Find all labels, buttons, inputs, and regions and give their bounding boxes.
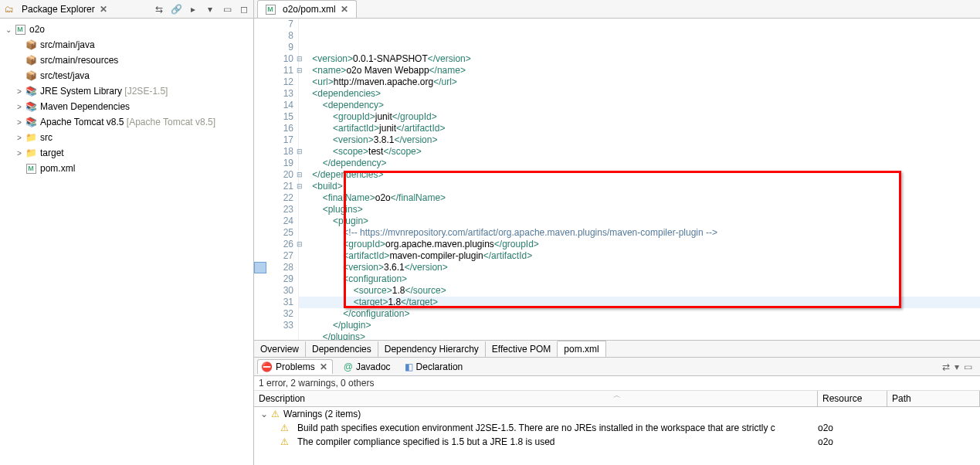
sort-indicator-icon: ︿ [613, 390, 621, 401]
package-explorer-panel: 🗂 Package Explorer ✕ ⇆ 🔗 ▸ ▾ ▭ ◻ ⌄ M o2o… [0, 0, 254, 465]
line-gutter: 7891011121314151617181920212223242526272… [266, 19, 299, 340]
code-line[interactable]: <finalName>o2o</finalName> [299, 192, 980, 204]
editor-bottom-tab[interactable]: Overview [254, 341, 306, 357]
twisty-icon[interactable]: > [14, 118, 25, 127]
warning-icon: ⚠ [279, 423, 290, 433]
package-explorer-header: 🗂 Package Explorer ✕ ⇆ 🔗 ▸ ▾ ▭ ◻ [0, 0, 253, 19]
link-editor-icon[interactable]: 🔗 [170, 3, 182, 15]
tab-javadoc[interactable]: @ Javadoc [341, 360, 394, 374]
tree-item[interactable]: 📦src/main/java [0, 37, 253, 53]
tree-item[interactable]: Mpom.xml [0, 161, 253, 176]
column-path[interactable]: Path [887, 391, 980, 406]
editor-bottom-tab[interactable]: Dependencies [306, 341, 378, 357]
code-line[interactable]: </plugin> [299, 320, 980, 331]
tree-item-label: src [40, 132, 53, 143]
code-line[interactable]: <groupId>org.apache.maven.plugins</group… [299, 239, 980, 250]
view-menu-icon[interactable]: ▾ [955, 361, 959, 372]
editor-tab-title: o2o/pom.xml [283, 4, 336, 15]
twisty-icon[interactable]: > [14, 87, 25, 96]
problem-row[interactable]: ⚠The compiler compliance specified is 1.… [254, 435, 980, 449]
view-menu-icon[interactable]: ▾ [204, 3, 216, 15]
code-line[interactable]: <artifactId>maven-compiler-plugin</artif… [299, 250, 980, 262]
editor-bottom-tab[interactable]: Effective POM [486, 341, 558, 357]
twisty-icon[interactable]: > [14, 134, 25, 142]
code-line[interactable]: <configuration> [299, 273, 980, 285]
twisty-icon[interactable]: ⌄ [3, 25, 14, 34]
code-line[interactable]: <version>0.0.1-SNAPSHOT</version> [299, 53, 980, 65]
code-line[interactable]: <dependencies> [299, 88, 980, 100]
tree-item-label: Maven Dependencies [40, 101, 130, 112]
twisty-icon[interactable]: > [14, 103, 25, 111]
code-line[interactable]: <name>o2o Maven Webapp</name> [299, 65, 980, 76]
problem-row[interactable]: ⚠Build path specifies execution environm… [254, 421, 980, 435]
code-line[interactable]: </dependency> [299, 158, 980, 169]
filter-icon[interactable]: ⇄ [942, 361, 950, 372]
tree-item[interactable]: 📦src/main/resources [0, 53, 253, 68]
code-line[interactable]: <dependency> [299, 100, 980, 111]
twisty-icon[interactable]: > [14, 149, 25, 158]
close-icon[interactable]: ✕ [98, 4, 109, 15]
code-line[interactable]: <!-- https://mvnrepository.com/artifact/… [299, 227, 980, 239]
column-description[interactable]: Description [254, 391, 818, 406]
minimize-icon[interactable]: ▭ [221, 3, 233, 15]
declaration-icon: ◧ [405, 361, 413, 372]
tree-project-row[interactable]: ⌄ M o2o [0, 22, 253, 37]
code-line[interactable]: </dependencies> [299, 169, 980, 181]
tab-javadoc-label: Javadoc [356, 361, 391, 372]
tree-item[interactable]: >📁target [0, 145, 253, 161]
editor-area[interactable]: 7891011121314151617181920212223242526272… [254, 19, 980, 340]
code-line[interactable]: <target>1.8</target> [299, 297, 980, 308]
close-icon[interactable]: ✕ [339, 4, 350, 15]
tree-item[interactable]: 📦src/test/java [0, 68, 253, 83]
tree-item-label: src/main/resources [40, 55, 118, 66]
code-line[interactable]: <plugins> [299, 204, 980, 216]
close-icon[interactable]: ✕ [318, 361, 329, 372]
editor-tab-bar: M o2o/pom.xml ✕ [254, 0, 980, 19]
problems-rows: ⌄ ⚠ Warnings (2 items) ⚠Build path speci… [254, 407, 980, 449]
tab-problems[interactable]: ⛔ Problems ✕ [257, 359, 333, 374]
tab-declaration-label: Declaration [416, 361, 463, 372]
tree-item[interactable]: >📚Maven Dependencies [0, 99, 253, 114]
code-line[interactable]: <version>3.6.1</version> [299, 262, 980, 273]
twisty-icon[interactable]: ⌄ [259, 409, 270, 419]
tab-declaration[interactable]: ◧ Declaration [402, 360, 466, 374]
minimize-icon[interactable]: ▭ [964, 361, 972, 372]
collapse-all-icon[interactable]: ⇆ [153, 3, 165, 15]
code-line[interactable]: </plugins> [299, 331, 980, 340]
code-line[interactable]: <url>http://maven.apache.org</url> [299, 76, 980, 88]
package-explorer-tree[interactable]: ⌄ M o2o 📦src/main/java📦src/main/resource… [0, 19, 253, 465]
main-panel: M o2o/pom.xml ✕ 789101112131415161718192… [254, 0, 980, 465]
maximize-icon[interactable]: ◻ [238, 3, 250, 15]
javadoc-icon: @ [344, 361, 353, 372]
tree-item[interactable]: >📚Apache Tomcat v8.5 [Apache Tomcat v8.5… [0, 114, 253, 130]
problems-group-row[interactable]: ⌄ ⚠ Warnings (2 items) [254, 407, 980, 421]
tree-item[interactable]: >📁src [0, 130, 253, 145]
jar-icon: 📚 [25, 85, 37, 97]
code-line[interactable]: <artifactId>junit</artifactId> [299, 123, 980, 134]
folder-icon: 📁 [25, 131, 37, 144]
tree-item-label: target [40, 148, 64, 158]
tab-problems-label: Problems [276, 361, 315, 372]
code-line[interactable]: <version>3.8.1</version> [299, 134, 980, 146]
package-explorer-icon: 🗂 [3, 3, 15, 15]
file-icon: M [264, 3, 276, 15]
code-line[interactable]: </configuration> [299, 308, 980, 320]
code-line[interactable]: <scope>test</scope> [299, 146, 980, 158]
pkg-icon: 📦 [25, 70, 37, 82]
code-line[interactable]: <build> [299, 181, 980, 192]
column-resource[interactable]: Resource [818, 391, 887, 406]
code-line[interactable]: <groupId>junit</groupId> [299, 111, 980, 123]
code-content[interactable]: <version>0.0.1-SNAPSHOT</version> <name>… [299, 19, 980, 340]
folder-icon: 📁 [25, 147, 37, 159]
editor-bottom-tab[interactable]: Dependency Hierarchy [378, 341, 486, 357]
m-icon: M [25, 162, 37, 175]
tree-item-label: Apache Tomcat v8.5 [Apache Tomcat v8.5] [40, 117, 215, 127]
code-line[interactable]: <plugin> [299, 216, 980, 227]
code-line[interactable]: <source>1.8</source> [299, 285, 980, 297]
focus-icon[interactable]: ▸ [187, 3, 199, 15]
editor-bottom-tabs: OverviewDependenciesDependency Hierarchy… [254, 340, 980, 357]
problems-panel: ⛔ Problems ✕ @ Javadoc ◧ Declaration ⇄ ▾… [254, 357, 980, 465]
tree-item[interactable]: >📚JRE System Library [J2SE-1.5] [0, 83, 253, 99]
editor-bottom-tab[interactable]: pom.xml [558, 341, 605, 357]
editor-tab[interactable]: M o2o/pom.xml ✕ [257, 0, 357, 18]
